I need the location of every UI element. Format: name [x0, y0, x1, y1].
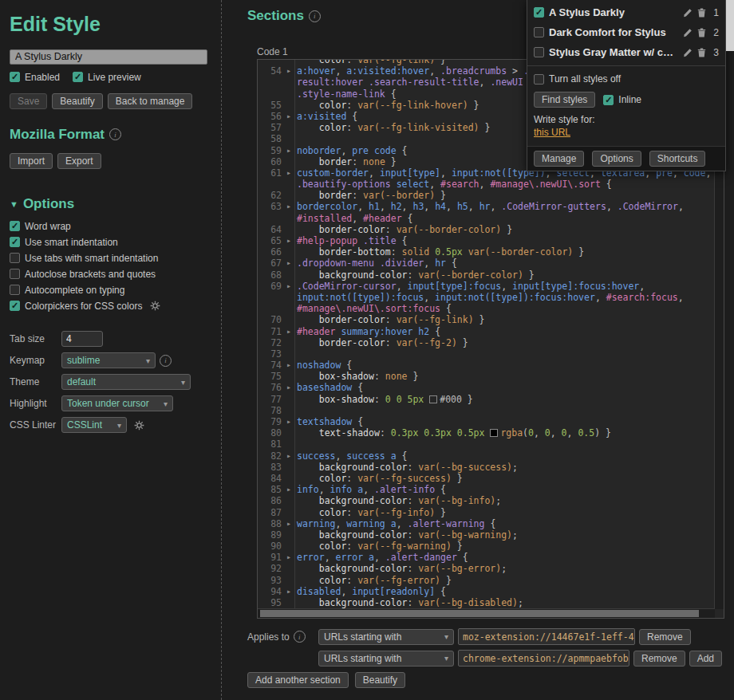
line-number: 85 — [258, 484, 283, 495]
gear-icon[interactable] — [134, 420, 144, 431]
color-swatch-icon[interactable] — [429, 395, 437, 403]
checkbox-icon[interactable]: ✓ — [10, 301, 20, 311]
code-row: 87 color: var(--fg-info) } — [258, 507, 724, 518]
fold-arrow-icon — [283, 541, 294, 552]
checkbox-icon[interactable] — [534, 74, 544, 85]
add-button[interactable]: Add — [689, 651, 722, 667]
option-checkbox-colorpickers-for-css-colors[interactable]: ✓Colorpickers for CSS colors — [10, 301, 211, 312]
this-url-link[interactable]: this URL — [534, 127, 570, 138]
fold-arrow-icon[interactable]: ▸ — [283, 360, 294, 371]
code-line: border-color: var(--border-color) } — [294, 224, 724, 235]
fold-arrow-icon[interactable]: ▸ — [283, 145, 294, 156]
option-label: Use tabs with smart indentation — [25, 253, 158, 264]
fold-arrow-icon[interactable]: ▸ — [283, 450, 294, 462]
style-toggle-checkbox[interactable] — [534, 27, 544, 37]
checkbox-icon[interactable]: ✓ — [10, 237, 20, 247]
fold-arrow-icon[interactable]: ▸ — [283, 382, 294, 393]
beautify-button[interactable]: Beautify — [52, 93, 102, 109]
fold-arrow-icon[interactable]: ▸ — [283, 416, 294, 427]
fold-arrow-icon[interactable]: ▸ — [283, 111, 294, 122]
scrollbar-thumb[interactable] — [260, 610, 699, 617]
checkbox-icon[interactable] — [10, 285, 20, 295]
fold-arrow-icon — [283, 213, 294, 224]
gear-icon[interactable] — [150, 301, 160, 311]
checkbox-icon[interactable]: ✓ — [603, 95, 614, 105]
applies-value-input[interactable]: moz-extension://14467e1f-1eff-45a7- — [458, 628, 635, 645]
style-name: Dark Comfort for Stylus — [549, 26, 678, 38]
keymap-select[interactable]: sublime▾ — [61, 352, 156, 368]
color-swatch-icon[interactable] — [490, 429, 498, 437]
style-name-input[interactable] — [10, 49, 207, 65]
checkbox-icon[interactable] — [10, 269, 20, 279]
delete-trash-icon[interactable] — [697, 28, 706, 37]
save-button[interactable]: Save — [10, 93, 47, 109]
fold-arrow-icon[interactable]: ▸ — [283, 201, 294, 212]
beautify-sections-button[interactable]: Beautify — [355, 672, 405, 688]
collapse-arrow-icon[interactable]: ▼ — [10, 199, 18, 209]
option-checkbox-autocomplete-on-typing[interactable]: Autocomplete on typing — [10, 285, 211, 296]
linter-select[interactable]: CSSLint▾ — [61, 417, 127, 433]
code-row: 91▸error, error a, .alert-danger { — [258, 552, 724, 563]
enabled-checkbox[interactable]: ✓ Enabled — [10, 72, 60, 83]
checkbox-icon[interactable]: ✓ — [10, 221, 20, 231]
applies-type-select[interactable]: URLs starting with▾ — [318, 651, 454, 667]
turn-all-styles-off-checkbox[interactable]: Turn all styles off — [527, 69, 725, 88]
style-name: A Stylus Darkly — [549, 6, 678, 18]
applies-to-label: Applies to — [247, 631, 290, 643]
code-row: 90 color: var(--fg-warning) } — [258, 541, 724, 552]
remove-button[interactable]: Remove — [639, 629, 691, 645]
fold-arrow-icon[interactable]: ▸ — [283, 518, 294, 529]
shortcuts-button[interactable]: Shortcuts — [649, 151, 706, 167]
checkbox-icon[interactable]: ✓ — [73, 72, 83, 82]
add-another-section-button[interactable]: Add another section — [247, 672, 349, 688]
code-row: input:not([type]):focus, input:not([type… — [258, 292, 724, 303]
fold-arrow-icon[interactable]: ▸ — [283, 281, 294, 292]
fold-arrow-icon[interactable]: ▸ — [283, 167, 294, 179]
tabsize-input[interactable] — [61, 331, 103, 347]
popup-scrollbar[interactable] — [726, 0, 734, 51]
fold-arrow-icon[interactable]: ▸ — [283, 235, 294, 246]
live-preview-checkbox[interactable]: ✓ Live preview — [73, 72, 141, 83]
checkbox-icon[interactable] — [10, 253, 20, 263]
line-number: 67 — [258, 258, 283, 269]
fold-arrow-icon[interactable]: ▸ — [283, 586, 294, 597]
find-styles-button[interactable]: Find styles — [534, 92, 595, 108]
popup-footer: Manage Options Shortcuts — [527, 146, 725, 171]
edit-pencil-icon[interactable] — [683, 8, 693, 18]
edit-pencil-icon[interactable] — [683, 28, 693, 37]
fold-arrow-icon[interactable]: ▸ — [283, 65, 294, 77]
inline-checkbox[interactable]: ✓ Inline — [603, 94, 641, 105]
delete-trash-icon[interactable] — [697, 8, 706, 18]
back-to-manage-button[interactable]: Back to manage — [108, 93, 193, 109]
applies-value-input[interactable]: chrome-extension://apmmpaebfobifel — [458, 650, 629, 667]
fold-arrow-icon[interactable]: ▸ — [283, 552, 294, 563]
editor-horizontal-scrollbar[interactable] — [258, 608, 715, 618]
installed-styles-list: ✓A Stylus Darkly1Dark Comfort for Stylus… — [527, 2, 725, 62]
checkbox-icon[interactable]: ✓ — [10, 72, 20, 82]
option-checkbox-word-wrap[interactable]: ✓Word wrap — [10, 221, 211, 232]
options-button[interactable]: Options — [592, 151, 641, 167]
edit-pencil-icon[interactable] — [683, 48, 693, 57]
options-header[interactable]: ▼ Options — [10, 196, 211, 212]
style-entry[interactable]: Stylus Gray Matter w/ com…3 — [527, 42, 725, 62]
manage-button[interactable]: Manage — [534, 151, 584, 167]
theme-select[interactable]: default▾ — [61, 374, 191, 390]
line-number: 76 — [258, 382, 283, 393]
fold-arrow-icon[interactable]: ▸ — [283, 258, 294, 269]
style-entry[interactable]: Dark Comfort for Stylus2 — [527, 22, 725, 42]
fold-arrow-icon[interactable]: ▸ — [283, 484, 294, 495]
import-button[interactable]: Import — [10, 153, 53, 169]
applies-type-select[interactable]: URLs starting with▾ — [318, 629, 454, 645]
code-row: 65▸#help-popup .title { — [258, 235, 724, 246]
fold-arrow-icon[interactable]: ▸ — [283, 326, 294, 337]
option-checkbox-use-smart-indentation[interactable]: ✓Use smart indentation — [10, 237, 211, 248]
option-checkbox-use-tabs-with-smart-indentation[interactable]: Use tabs with smart indentation — [10, 253, 211, 264]
delete-trash-icon[interactable] — [697, 48, 706, 57]
style-toggle-checkbox[interactable] — [534, 47, 544, 57]
highlight-select[interactable]: Token under cursor▾ — [61, 395, 173, 411]
remove-button[interactable]: Remove — [633, 651, 685, 667]
style-toggle-checkbox[interactable]: ✓ — [534, 7, 544, 18]
option-checkbox-autoclose-brackets-and-quotes[interactable]: Autoclose brackets and quotes — [10, 269, 211, 280]
style-entry[interactable]: ✓A Stylus Darkly1 — [527, 2, 725, 22]
export-button[interactable]: Export — [57, 153, 101, 169]
